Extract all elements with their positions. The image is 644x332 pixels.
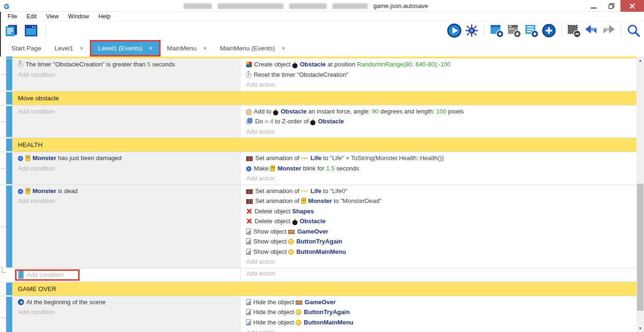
event-drag-handle[interactable] — [6, 283, 12, 295]
conditions-cell[interactable]: At the beginning of the sceneAdd conditi… — [12, 296, 240, 332]
action-line[interactable]: Set animation of Monster to "MonsterDead… — [241, 196, 636, 206]
event-row[interactable]: Add conditionAdd action — [0, 268, 636, 282]
add-sub-event-button[interactable] — [507, 23, 522, 38]
comment-row[interactable]: GAME OVER — [0, 282, 636, 296]
condition-line[interactable]: At the beginning of the scene — [12, 297, 240, 308]
comment-text[interactable]: Move obstacle — [12, 91, 636, 105]
conditions-cell[interactable]: Monster has just been damagedAdd conditi… — [12, 152, 240, 185]
scroll-up-arrow-icon[interactable]: ▲ — [636, 57, 644, 64]
action-line[interactable]: Show object ButtonTryAgain — [241, 236, 636, 247]
action-line[interactable]: Show object GameOver — [241, 227, 636, 237]
menu-view[interactable]: View — [41, 13, 64, 20]
scrollbar-thumb[interactable] — [637, 184, 644, 311]
add-condition-button[interactable]: Add condition — [12, 70, 240, 80]
event-drag-handle[interactable] — [6, 138, 12, 151]
add-action-button[interactable]: Add action — [241, 257, 636, 267]
menu-window[interactable]: Window — [64, 13, 94, 20]
action-line[interactable]: Hide the object ButtonMainMenu — [241, 317, 636, 328]
add-condition-button[interactable]: Add condition — [12, 196, 240, 206]
comment-row[interactable]: HEALTH — [0, 138, 636, 152]
add-condition-button[interactable]: Add condition — [12, 269, 240, 281]
condition-line[interactable]: Monster has just been damaged — [12, 153, 240, 163]
action-line[interactable]: Set animation of Life to "Life0" — [241, 186, 636, 196]
selection-handle[interactable] — [18, 271, 24, 279]
actions-cell[interactable]: Hide the object GameOverHide the object … — [240, 296, 636, 332]
undo-button[interactable] — [584, 23, 599, 38]
event-drag-handle[interactable] — [6, 297, 12, 332]
add-action-button[interactable]: Add action — [241, 127, 636, 137]
action-line[interactable]: Add to Obstacle an instant force, angle:… — [241, 106, 636, 117]
add-condition-button[interactable]: Add condition — [12, 307, 240, 317]
action-line[interactable]: Hide the object ButtonTryAgain — [241, 307, 636, 317]
scroll-down-arrow-icon[interactable]: ▼ — [636, 324, 644, 332]
actions-cell[interactable]: Create object Obstacle at position Rando… — [240, 58, 636, 91]
scene-editor-button[interactable] — [24, 23, 39, 38]
conditions-cell[interactable]: The timer "ObstacleCreation" is greater … — [12, 58, 240, 91]
debug-button[interactable] — [464, 23, 479, 38]
playcircle-icon — [18, 299, 24, 305]
event-drag-handle[interactable] — [6, 153, 12, 184]
action-line[interactable]: Make Monster blink for 1.5 seconds — [241, 163, 636, 174]
action-line[interactable]: Show object ButtonMainMenu — [241, 247, 636, 257]
tab-close-icon[interactable]: × — [80, 45, 84, 52]
action-line[interactable]: Delete object Obstacle — [241, 216, 636, 227]
event-row[interactable]: At the beginning of the sceneAdd conditi… — [0, 296, 636, 332]
add-comment-button[interactable] — [524, 23, 539, 38]
condition-line[interactable]: Monster is dead — [12, 186, 240, 196]
minimize-button[interactable] — [585, 0, 603, 12]
event-row[interactable]: The timer "ObstacleCreation" is greater … — [0, 58, 636, 91]
menu-file[interactable]: File — [3, 13, 22, 20]
conditions-cell[interactable]: Add condition — [12, 105, 240, 138]
tab-close-icon[interactable]: × — [203, 45, 207, 52]
menu-edit[interactable]: Edit — [22, 13, 41, 20]
add-condition-button[interactable]: Add condition — [12, 163, 240, 174]
tab-start-page[interactable]: Start Page — [5, 40, 48, 57]
add-action-button[interactable]: Add action — [241, 327, 636, 332]
add-action-button[interactable]: Add action — [241, 173, 636, 184]
add-event-button[interactable] — [489, 23, 504, 38]
conditions-cell[interactable]: Monster is deadAdd condition — [12, 185, 240, 268]
vertical-scrollbar[interactable]: ▲ ▼ — [636, 57, 644, 332]
actions-cell[interactable]: Set animation of Life to "Life0"Set anim… — [240, 185, 636, 268]
action-line[interactable]: Reset the timer "ObstacleCreation" — [241, 70, 636, 80]
comment-text[interactable]: GAME OVER — [12, 282, 636, 296]
delete-event-button[interactable] — [566, 23, 581, 38]
event-row[interactable]: Monster is deadAdd conditionSet animatio… — [0, 185, 636, 268]
close-button[interactable] — [620, 0, 644, 12]
event-drag-handle[interactable] — [6, 186, 12, 267]
search-button[interactable] — [626, 23, 641, 38]
add-condition-button[interactable]: Add condition — [12, 106, 240, 117]
project-manager-button[interactable] — [4, 23, 19, 38]
tab-mainmenu[interactable]: MainMenu × — [161, 40, 214, 57]
action-line[interactable]: Set animation of Life to "Life" + ToStri… — [241, 153, 636, 163]
comment-text[interactable]: HEALTH — [12, 138, 636, 152]
add-action-button[interactable]: Add action — [241, 269, 636, 278]
event-drag-handle[interactable] — [6, 106, 12, 138]
text-segment: Show object — [253, 238, 288, 245]
tab-mainmenu-events[interactable]: MainMenu (Events) × — [213, 40, 292, 57]
actions-cell[interactable]: Add action — [240, 268, 636, 282]
event-row[interactable]: Monster has just been damagedAdd conditi… — [0, 152, 636, 185]
comment-row[interactable]: Move obstacle — [0, 91, 636, 105]
actions-cell[interactable]: Set animation of Life to "Life" + ToStri… — [240, 152, 636, 185]
add-other-event-button[interactable] — [541, 23, 556, 38]
preview-play-button[interactable] — [447, 23, 462, 38]
tab-close-icon[interactable]: × — [149, 45, 153, 52]
event-drag-handle[interactable] — [6, 59, 12, 90]
action-line[interactable]: Create object Obstacle at position Rando… — [241, 59, 636, 70]
action-line[interactable]: Do = 4 to Z-order of Obstacle — [241, 116, 636, 127]
tab-level1-events[interactable]: Level1 (Events) × — [91, 41, 159, 55]
restore-button[interactable] — [603, 0, 620, 12]
menu-help[interactable]: Help — [94, 13, 115, 20]
tab-close-icon[interactable]: × — [282, 45, 285, 52]
actions-cell[interactable]: Add to Obstacle an instant force, angle:… — [240, 105, 636, 138]
action-line[interactable]: Hide the object GameOver — [241, 297, 636, 308]
event-row[interactable]: Add conditionAdd to Obstacle an instant … — [0, 105, 636, 138]
add-action-button[interactable]: Add action — [241, 80, 636, 90]
conditions-cell[interactable]: Add condition — [12, 268, 240, 282]
condition-line[interactable]: The timer "ObstacleCreation" is greater … — [12, 59, 240, 70]
redo-button[interactable] — [601, 23, 616, 38]
tab-level1[interactable]: Level1 × — [48, 40, 90, 57]
event-drag-handle[interactable] — [6, 92, 12, 105]
action-line[interactable]: Delete object Shapes — [241, 206, 636, 217]
